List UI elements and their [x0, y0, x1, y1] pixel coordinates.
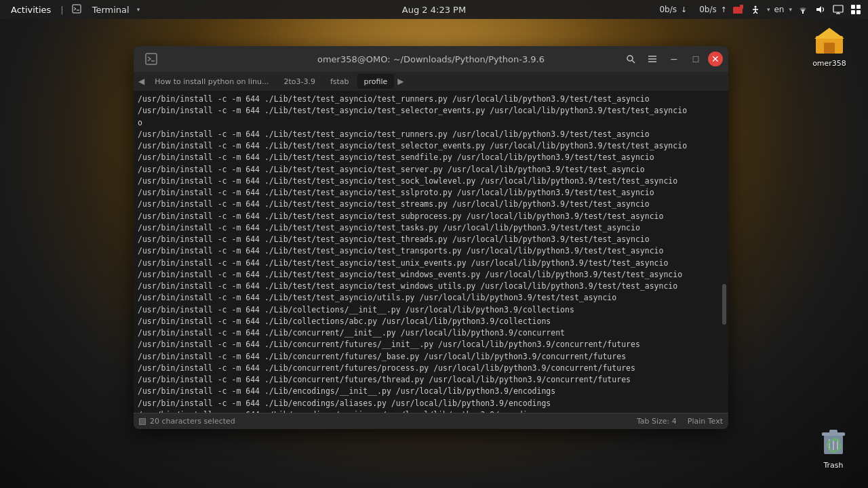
terminal-search-button[interactable] — [621, 49, 640, 68]
topbar: Activities | Terminal ▾ Aug 2 4:23 PM 0b… — [0, 0, 868, 19]
accessibility-icon[interactable] — [749, 3, 762, 16]
trash-label: Trash — [823, 461, 843, 470]
home-folder-image — [813, 24, 846, 56]
home-folder-icon[interactable]: omer358 — [806, 24, 853, 68]
tabs-next-arrow[interactable]: ▶ — [395, 77, 406, 86]
language-label[interactable]: en — [774, 5, 784, 14]
tab-size-status: Tab Size: 4 — [637, 417, 677, 426]
svg-rect-0 — [73, 5, 81, 13]
svg-rect-16 — [851, 10, 855, 14]
display-icon[interactable] — [831, 3, 845, 16]
svg-point-29 — [627, 56, 633, 61]
camera-icon[interactable] — [731, 3, 745, 16]
terminal-statusbar: 20 characters selected Tab Size: 4 Plain… — [134, 413, 728, 429]
sound-icon[interactable] — [814, 3, 827, 16]
selection-indicator — [139, 418, 146, 425]
topbar-left: Activities | Terminal ▾ — [5, 3, 140, 17]
tab-profile[interactable]: profile — [357, 74, 395, 89]
svg-rect-14 — [851, 5, 855, 9]
terminal-icon-area — [139, 47, 163, 71]
net-up-icon: ↑ — [721, 5, 727, 14]
statusbar-left: 20 characters selected — [139, 417, 235, 426]
svg-rect-23 — [829, 430, 837, 433]
scrollbar-thumb[interactable] — [722, 284, 726, 325]
svg-rect-15 — [856, 5, 861, 9]
svg-rect-11 — [833, 5, 843, 12]
network-icon[interactable] — [796, 3, 810, 16]
svg-marker-19 — [814, 28, 844, 39]
tab-fstab[interactable]: fstab — [323, 74, 356, 89]
selection-status: 20 characters selected — [150, 417, 235, 426]
language-arrow[interactable]: ▾ — [789, 6, 792, 13]
statusbar-right: Tab Size: 4 Plain Text — [637, 417, 723, 426]
topbar-right: 0b/s ↓ 0b/s ↑ ▾ en ▾ — [659, 3, 863, 16]
topbar-datetime: Aug 2 4:23 PM — [402, 5, 466, 15]
home-folder-label: omer358 — [812, 59, 846, 68]
topbar-terminal-icon — [68, 3, 85, 17]
terminal-menu-button[interactable] — [643, 49, 662, 68]
tab-2to3[interactable]: 2to3-3.9 — [277, 74, 322, 89]
svg-line-30 — [632, 60, 635, 63]
tab-how-to-install[interactable]: How to install python on linu... — [148, 74, 275, 89]
svg-point-4 — [754, 6, 756, 8]
terminal-menu-arrow[interactable]: ▾ — [137, 6, 140, 13]
user-icon[interactable] — [849, 3, 863, 16]
activities-button[interactable]: Activities — [5, 3, 56, 16]
svg-marker-10 — [816, 6, 821, 13]
svg-line-8 — [755, 12, 757, 14]
terminal-titlebar: omer358@OMO: ~/Downloads/Python/Python-3… — [134, 46, 728, 72]
svg-rect-20 — [824, 43, 835, 54]
terminal-scrollbar[interactable] — [722, 91, 727, 413]
terminal-minimize-button[interactable]: – — [665, 49, 684, 68]
terminal-output-text: /usr/bin/install -c -m 644 ./Lib/test/te… — [134, 91, 728, 413]
terminal-window: omer358@OMO: ~/Downloads/Python/Python-3… — [134, 46, 728, 429]
terminal-content[interactable]: /usr/bin/install -c -m 644 ./Lib/test/te… — [134, 91, 728, 413]
terminal-tabs: ◀ How to install python on linu... 2to3-… — [134, 72, 728, 91]
svg-rect-2 — [733, 7, 743, 14]
tabs-prev-arrow[interactable]: ◀ — [136, 77, 146, 86]
net-down-speed: 0b/s — [659, 5, 677, 14]
net-down-icon: ↓ — [681, 5, 687, 14]
terminal-close-button[interactable]: ✕ — [708, 52, 723, 66]
file-type-status: Plain Text — [688, 417, 723, 426]
topbar-terminal-label[interactable]: Terminal — [88, 3, 134, 16]
trash-icon[interactable]: Trash — [810, 426, 857, 470]
trash-image — [817, 426, 850, 458]
terminal-maximize-button[interactable]: □ — [686, 49, 705, 68]
svg-point-9 — [802, 12, 804, 14]
terminal-window-controls: – □ ✕ — [621, 49, 723, 68]
net-up-speed: 0b/s — [699, 5, 717, 14]
accessibility-arrow[interactable]: ▾ — [767, 6, 770, 13]
svg-rect-17 — [856, 10, 861, 14]
terminal-title: omer358@OMO: ~/Downloads/Python/Python-3… — [317, 54, 545, 64]
